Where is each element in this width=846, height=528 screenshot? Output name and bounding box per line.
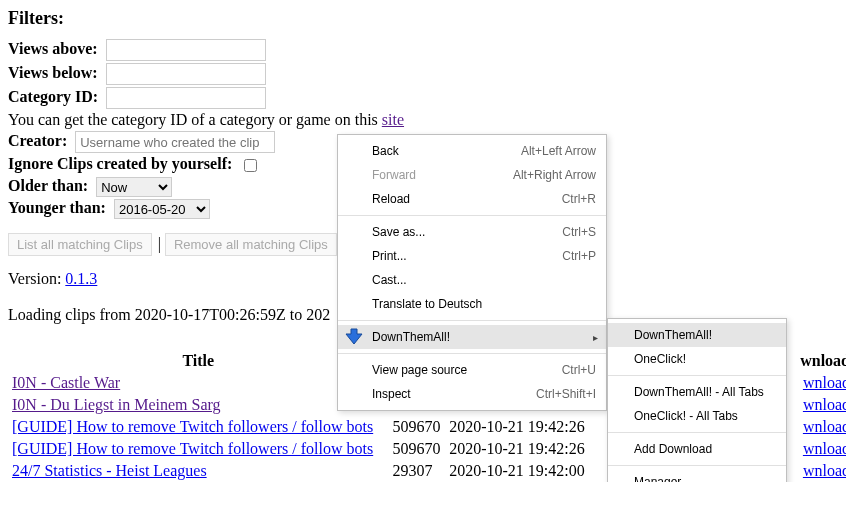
sub-oneclick-tabs-label: OneClick! - All Tabs: [634, 409, 738, 423]
category-help-link[interactable]: site: [382, 111, 404, 128]
younger-than-label: Younger than:: [8, 199, 106, 216]
sub-oneclick-tabs[interactable]: OneClick! - All Tabs: [608, 404, 786, 428]
ctx-print[interactable]: Print... Ctrl+P: [338, 244, 606, 268]
ctx-sep: [608, 465, 786, 466]
ctx-sep: [608, 375, 786, 376]
clip-created: 2020-10-21 19:42:26: [445, 416, 623, 438]
ctx-downthemall-label: DownThemAll!: [372, 330, 450, 344]
ctx-inspect-label: Inspect: [372, 387, 411, 401]
clip-views: 509670: [388, 438, 445, 460]
ctx-saveas-label: Save as...: [372, 225, 425, 239]
clip-views: 29307: [388, 460, 445, 482]
ctx-inspect-shortcut: Ctrl+Shift+I: [506, 387, 596, 401]
ignore-self-label: Ignore Clips created by yourself:: [8, 155, 232, 172]
views-below-input[interactable]: [106, 63, 266, 85]
sub-manager[interactable]: Manager: [608, 470, 786, 482]
ctx-sep: [338, 320, 606, 321]
ctx-reload-label: Reload: [372, 192, 410, 206]
clip-title-link[interactable]: [GUIDE] How to remove Twitch followers /…: [12, 440, 373, 457]
ctx-print-shortcut: Ctrl+P: [532, 249, 596, 263]
ctx-forward: Forward Alt+Right Arrow: [338, 163, 606, 187]
creator-label: Creator:: [8, 132, 67, 149]
clip-views: 509670: [388, 416, 445, 438]
ctx-sep: [338, 215, 606, 216]
views-below-row: Views below:: [8, 63, 846, 85]
ctx-saveas-shortcut: Ctrl+S: [532, 225, 596, 239]
category-id-input[interactable]: [106, 87, 266, 109]
clip-created: 2020-10-21 19:42:00: [445, 460, 623, 482]
views-above-row: Views above:: [8, 39, 846, 61]
ctx-reload-shortcut: Ctrl+R: [532, 192, 596, 206]
views-above-label: Views above:: [8, 40, 98, 57]
ctx-sep: [338, 353, 606, 354]
clip-download-link[interactable]: wnload: [803, 462, 846, 479]
ctx-translate[interactable]: Translate to Deutsch: [338, 292, 606, 316]
sub-oneclick[interactable]: OneClick!: [608, 347, 786, 371]
ctx-sep: [608, 432, 786, 433]
ctx-back[interactable]: Back Alt+Left Arrow: [338, 139, 606, 163]
ctx-viewsrc-shortcut: Ctrl+U: [532, 363, 596, 377]
ctx-back-label: Back: [372, 144, 399, 158]
clip-download-link[interactable]: wnload: [803, 396, 846, 413]
version-label: Version:: [8, 270, 65, 287]
ctx-downthemall[interactable]: DownThemAll!: [338, 325, 606, 349]
category-help-text: You can get the category ID of a categor…: [8, 111, 382, 128]
views-above-input[interactable]: [106, 39, 266, 61]
ctx-inspect[interactable]: Inspect Ctrl+Shift+I: [338, 382, 606, 406]
creator-input[interactable]: [75, 131, 275, 153]
sub-add-download-label: Add Download: [634, 442, 712, 456]
views-below-label: Views below:: [8, 64, 98, 81]
list-matching-button[interactable]: List all matching Clips: [8, 233, 152, 256]
button-separator: |: [158, 235, 161, 252]
ctx-reload[interactable]: Reload Ctrl+R: [338, 187, 606, 211]
sub-dta-tabs[interactable]: DownThemAll! - All Tabs: [608, 380, 786, 404]
sub-dta[interactable]: DownThemAll!: [608, 323, 786, 347]
sub-manager-label: Manager: [634, 475, 681, 482]
ctx-print-label: Print...: [372, 249, 407, 263]
down-arrow-icon: [344, 327, 364, 347]
ctx-cast-label: Cast...: [372, 273, 407, 287]
filters-heading: Filters:: [8, 8, 846, 29]
ctx-cast[interactable]: Cast...: [338, 268, 606, 292]
ctx-view-source[interactable]: View page source Ctrl+U: [338, 358, 606, 382]
clip-download-link[interactable]: wnload: [803, 374, 846, 391]
svg-marker-0: [346, 329, 362, 344]
sub-dta-tabs-label: DownThemAll! - All Tabs: [634, 385, 764, 399]
context-menu: Back Alt+Left Arrow Forward Alt+Right Ar…: [337, 134, 607, 411]
clip-title-link[interactable]: I0N - Castle War: [12, 374, 120, 391]
clip-title-link[interactable]: I0N - Du Liegst in Meinem Sarg: [12, 396, 221, 413]
category-id-row: Category ID:: [8, 87, 846, 109]
older-than-select[interactable]: Now: [96, 177, 172, 197]
ctx-back-shortcut: Alt+Left Arrow: [491, 144, 596, 158]
ignore-self-checkbox[interactable]: [244, 159, 257, 172]
clip-download-link[interactable]: wnload: [803, 440, 846, 457]
clip-title-link[interactable]: 24/7 Statistics - Heist Leagues: [12, 462, 207, 479]
younger-than-select[interactable]: 2016-05-20: [114, 199, 210, 219]
th-title: Title: [8, 350, 388, 372]
clip-title-link[interactable]: [GUIDE] How to remove Twitch followers /…: [12, 418, 373, 435]
ctx-viewsrc-label: View page source: [372, 363, 467, 377]
version-link[interactable]: 0.1.3: [65, 270, 97, 287]
ctx-forward-label: Forward: [372, 168, 416, 182]
sub-add-download[interactable]: Add Download: [608, 437, 786, 461]
ctx-translate-label: Translate to Deutsch: [372, 297, 482, 311]
clip-created: 2020-10-21 19:42:26: [445, 438, 623, 460]
ctx-saveas[interactable]: Save as... Ctrl+S: [338, 220, 606, 244]
sub-oneclick-label: OneClick!: [634, 352, 686, 366]
older-than-label: Older than:: [8, 177, 88, 194]
clip-download-link[interactable]: wnload: [803, 418, 846, 435]
ctx-forward-shortcut: Alt+Right Arrow: [483, 168, 596, 182]
category-help-row: You can get the category ID of a categor…: [8, 111, 846, 129]
sub-dta-label: DownThemAll!: [634, 328, 712, 342]
context-submenu-downthemall: DownThemAll! OneClick! DownThemAll! - Al…: [607, 318, 787, 482]
remove-matching-button[interactable]: Remove all matching Clips: [165, 233, 337, 256]
category-id-label: Category ID:: [8, 88, 98, 105]
